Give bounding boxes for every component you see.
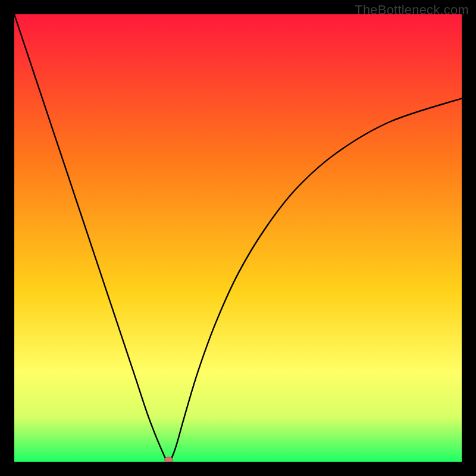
gradient-background <box>14 14 462 462</box>
chart-frame: { "watermark": "TheBottleneck.com", "col… <box>0 0 476 476</box>
bottleneck-chart <box>14 14 462 462</box>
min-marker <box>164 457 173 462</box>
